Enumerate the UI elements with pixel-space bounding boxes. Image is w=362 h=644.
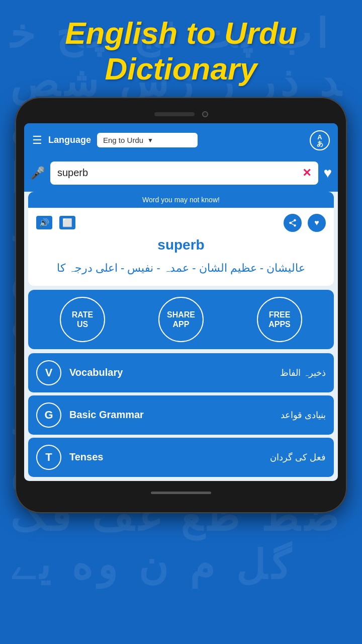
grammar-label: Basic Grammar bbox=[69, 409, 273, 421]
clear-icon[interactable]: ✕ bbox=[302, 167, 311, 180]
copy-icon[interactable]: ⬜ bbox=[59, 216, 75, 229]
word-banner: Word you may not know! bbox=[28, 192, 334, 208]
vocabulary-icon: V bbox=[36, 360, 61, 385]
heart-icon-card[interactable]: ♥ bbox=[308, 214, 326, 232]
word-card: Word you may not know! 🔊 ⬜ bbox=[28, 192, 334, 286]
word-translation: عالیشان - عظیم الشان - عمدہ - نفیس - اعل… bbox=[36, 259, 326, 277]
phone-home-bar bbox=[151, 492, 211, 494]
language-dropdown[interactable]: Eng to Urdu ▼ bbox=[97, 133, 198, 147]
phone-screen: ☰ Language Eng to Urdu ▼ Aあ 🎤 superb ✕ ♥… bbox=[24, 123, 338, 481]
share-icon[interactable] bbox=[284, 214, 302, 232]
translate-icon-text: Aあ bbox=[317, 134, 323, 147]
microphone-icon[interactable]: 🎤 bbox=[30, 166, 45, 180]
search-input[interactable]: superb bbox=[57, 167, 297, 179]
language-dropdown-text: Eng to Urdu bbox=[103, 136, 143, 144]
grammar-menu-item[interactable]: G Basic Grammar بنیادی قواعد bbox=[28, 395, 334, 435]
share-app-button[interactable]: SHAREAPP bbox=[158, 297, 204, 342]
translate-icon[interactable]: Aあ bbox=[310, 130, 330, 150]
dropdown-arrow-icon: ▼ bbox=[147, 137, 153, 144]
phone-camera bbox=[202, 111, 208, 117]
search-bar-row: 🎤 superb ✕ ♥ bbox=[24, 157, 338, 192]
app-topbar: ☰ Language Eng to Urdu ▼ Aあ bbox=[24, 123, 338, 157]
phone-bottom-bar bbox=[20, 488, 342, 498]
app-title: English to Urdu Dictionary bbox=[0, 0, 362, 97]
vocabulary-urdu: ذخیرہ الفاظ bbox=[280, 367, 326, 378]
vocabulary-label: Vocabulary bbox=[69, 367, 272, 378]
grammar-urdu: بنیادی قواعد bbox=[281, 410, 326, 421]
tenses-icon: T bbox=[36, 445, 61, 470]
menu-list: V Vocabulary ذخیرہ الفاظ G Basic Grammar… bbox=[28, 353, 334, 477]
phone-top-bar bbox=[20, 107, 342, 123]
left-actions: 🔊 ⬜ bbox=[36, 216, 75, 229]
speaker-icon[interactable]: 🔊 bbox=[36, 216, 52, 229]
main-content: Word you may not know! 🔊 ⬜ bbox=[24, 192, 338, 481]
word-title: superb bbox=[36, 237, 326, 253]
tenses-label: Tenses bbox=[69, 451, 262, 463]
phone-frame: ☰ Language Eng to Urdu ▼ Aあ 🎤 superb ✕ ♥… bbox=[15, 97, 347, 513]
tenses-menu-item[interactable]: T Tenses فعل کی گردان bbox=[28, 438, 334, 477]
phone-speaker bbox=[154, 112, 195, 116]
right-actions: ♥ bbox=[284, 214, 326, 232]
hamburger-menu-icon[interactable]: ☰ bbox=[32, 134, 42, 147]
grammar-icon: G bbox=[36, 403, 61, 428]
favorite-icon[interactable]: ♥ bbox=[323, 165, 332, 181]
word-card-body: 🔊 ⬜ ♥ superb عالیش bbox=[28, 208, 334, 286]
vocabulary-menu-item[interactable]: V Vocabulary ذخیرہ الفاظ bbox=[28, 353, 334, 392]
free-apps-button[interactable]: FREEAPPS bbox=[257, 297, 302, 342]
action-buttons-row: RATEUS SHAREAPP FREEAPPS bbox=[28, 290, 334, 349]
search-input-wrapper[interactable]: superb ✕ bbox=[50, 162, 318, 185]
language-label: Language bbox=[48, 135, 91, 145]
word-card-actions: 🔊 ⬜ ♥ bbox=[36, 214, 326, 232]
tenses-urdu: فعل کی گردان bbox=[270, 452, 326, 463]
rate-us-button[interactable]: RATEUS bbox=[60, 297, 105, 342]
